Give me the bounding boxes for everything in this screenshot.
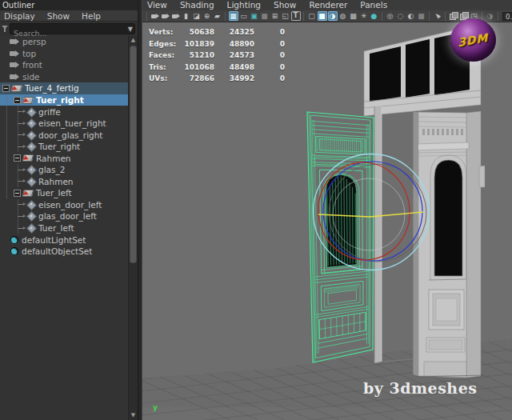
outliner-item-tuer_left[interactable]: Tuer_left	[0, 222, 128, 234]
transform-icon	[22, 154, 34, 162]
outliner-item-eisen_door_left[interactable]: eisen_door_left	[0, 199, 128, 211]
outliner-scrollbar[interactable]: ▲ ▼	[128, 36, 138, 420]
hud-row: Tris:101068484980	[149, 62, 285, 74]
image-plane-icon[interactable]: ◪	[192, 11, 202, 21]
3dm-logo: 3DM	[450, 18, 496, 62]
outliner-item-side[interactable]: side	[0, 71, 128, 83]
outliner-menu-show[interactable]: Show	[47, 10, 70, 21]
ambient-occlusion-icon[interactable]: ◌	[396, 11, 406, 21]
outliner-item-label: persp	[22, 37, 46, 46]
motion-blur-icon[interactable]: ◐	[406, 11, 416, 21]
use-default-material-icon[interactable]: ◍	[338, 11, 348, 21]
texture-display-icon[interactable]: ●	[370, 11, 379, 21]
tree-guide-line	[6, 94, 7, 106]
outliner-item-tuer_4_fertig[interactable]: Tuer_4_fertig	[0, 82, 128, 94]
outliner-item-rahmen[interactable]: Rahmen	[0, 152, 128, 164]
smooth-shade-icon[interactable]: ■	[318, 11, 327, 21]
transform-icon	[22, 97, 34, 104]
checker-map-icon[interactable]: ▩	[349, 11, 358, 21]
outliner-item-rahmen[interactable]: Rahmen	[0, 176, 128, 188]
viewport-menu-view[interactable]: View	[147, 0, 167, 10]
textured-icon[interactable]: ◑	[328, 11, 338, 21]
tree-connector	[18, 201, 26, 208]
exposure-value-field[interactable]: 0.	[502, 12, 512, 21]
camera-attributes-icon[interactable]	[161, 11, 170, 21]
isolate-select-icon[interactable]: ►	[433, 11, 442, 21]
hud-cell: UVs:	[149, 74, 184, 82]
hud-cell: 72866	[184, 74, 214, 82]
hud-cell: 48890	[214, 40, 254, 48]
chevron-down-icon[interactable]: ▼	[128, 25, 133, 34]
outliner-item-defaultobjectset[interactable]: defaultObjectSet	[0, 246, 128, 258]
expand-collapse-icon[interactable]	[2, 85, 10, 92]
film-gate-icon[interactable]: ▭	[239, 11, 249, 21]
camera-icon	[10, 74, 19, 80]
tree-guide-line	[6, 187, 7, 199]
hud-cell: 51210	[184, 51, 214, 59]
outliner-item-glas_2[interactable]: glas_2	[0, 164, 128, 176]
mesh-icon	[26, 201, 35, 209]
hud-row: Verts:50638243250	[149, 26, 285, 38]
wireframe-icon[interactable]: ▢	[307, 11, 317, 21]
outliner-item-griffe[interactable]: griffe	[0, 106, 128, 118]
select-camera-icon[interactable]	[150, 11, 160, 21]
expand-collapse-icon[interactable]	[14, 154, 21, 162]
mesh-icon	[26, 131, 35, 139]
bookmark-icon[interactable]: ▮	[182, 11, 191, 21]
expand-collapse-icon[interactable]	[14, 190, 21, 197]
tree-connector	[18, 120, 26, 127]
outliner-menu-display[interactable]: Display	[4, 10, 35, 21]
search-field-wrap: ▼	[10, 23, 135, 34]
safe-title-icon[interactable]: T	[291, 11, 301, 21]
toolbar-separator	[225, 12, 226, 21]
lights-icon[interactable]: ☀	[359, 11, 369, 21]
tree-connector	[18, 131, 26, 138]
viewport-menu-lighting[interactable]: Lighting	[227, 0, 261, 10]
expand-collapse-icon[interactable]	[14, 97, 21, 104]
outliner-item-top[interactable]: top	[0, 48, 128, 60]
hud-cell: 24325	[214, 28, 254, 36]
shadows-icon[interactable]: ◎	[386, 11, 395, 21]
hud-cell: 34992	[214, 74, 254, 82]
mesh-icon	[26, 224, 35, 232]
outliner-item-label: eisen_door_left	[38, 200, 102, 210]
multisample-aa-icon[interactable]: ■	[417, 11, 426, 21]
filter-icon	[2, 25, 8, 33]
outliner-item-eisen_tuer_right[interactable]: eisen_tuer_right	[0, 118, 128, 130]
toolbar-separator	[482, 12, 482, 21]
viewport-panel: ViewShadingLightingShowRendererPanels ▮◪…	[142, 0, 512, 420]
outliner-menu-help[interactable]: Help	[82, 10, 101, 21]
outliner-item-defaultlightset[interactable]: defaultLightSet	[0, 234, 128, 246]
viewport-menu-renderer[interactable]: Renderer	[309, 0, 347, 10]
outliner-item-door_glas_right[interactable]: door_glas_right	[0, 129, 128, 141]
gate-mask-icon[interactable]: ■	[260, 11, 270, 21]
scroll-up-icon[interactable]: ▲	[129, 36, 138, 45]
toolbar-separator	[429, 12, 430, 21]
hud-cell: 0	[254, 28, 285, 36]
mesh-icon	[26, 166, 35, 174]
outliner-item-tuer_right[interactable]: Tuer_right	[0, 141, 128, 153]
outliner-item-tuer_left[interactable]: Tuer_left	[0, 187, 128, 199]
viewport-menu-shading[interactable]: Shading	[180, 0, 214, 10]
outliner-item-tuer_right[interactable]: Tuer_right	[0, 94, 128, 106]
tree-guide-line	[6, 152, 7, 164]
outliner-item-persp[interactable]: persp	[0, 36, 128, 48]
scroll-down-icon[interactable]: ▼	[129, 411, 138, 420]
outliner-item-front[interactable]: front	[0, 59, 128, 71]
pan-zoom-icon[interactable]: ⊕	[202, 11, 212, 21]
safe-action-icon[interactable]: ◱	[281, 11, 290, 21]
field-chart-icon[interactable]: ⊞	[270, 11, 280, 21]
outliner-item-glas_door_left[interactable]: glas_door_left	[0, 210, 128, 222]
resolution-gate-icon[interactable]: ▣	[250, 11, 259, 21]
viewport-menu-panels[interactable]: Panels	[360, 0, 387, 10]
grid-icon[interactable]: ▦	[229, 11, 238, 21]
compositing-layers-icon[interactable]	[449, 11, 458, 21]
exposure-icon[interactable]: ◑	[486, 11, 495, 21]
grease-pencil-icon[interactable]: ▰	[213, 11, 222, 21]
scrollbar-thumb[interactable]	[130, 46, 137, 263]
tree-guide-line	[6, 164, 7, 176]
outliner-item-label: Tuer_4_fertig	[25, 83, 79, 93]
viewport-menu-show[interactable]: Show	[274, 0, 296, 10]
camera-bookmark-icon[interactable]	[171, 11, 181, 21]
outliner-item-label: Tuer_right	[36, 95, 84, 105]
